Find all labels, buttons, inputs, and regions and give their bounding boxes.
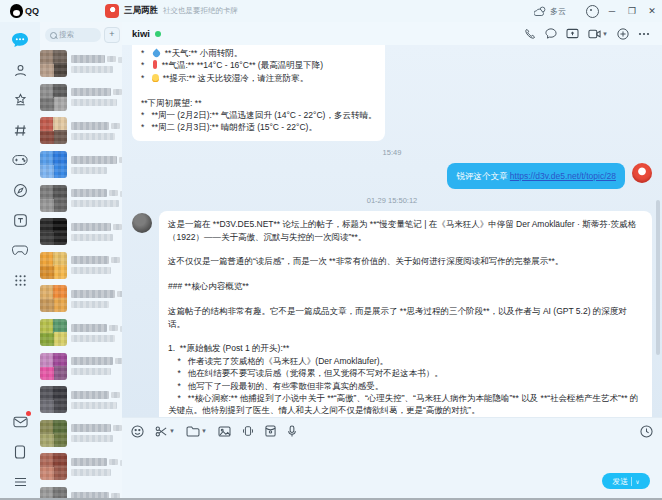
contact-name-blurred bbox=[71, 391, 109, 399]
current-user[interactable]: 三局两胜 社交也是要拒绝的卡牌 bbox=[105, 4, 238, 18]
conversation-list-item[interactable] bbox=[40, 450, 122, 484]
incoming-message-bubble[interactable]: * **天气:** 小雨转阴。 * **气温:** **14°C - 16°C*… bbox=[132, 45, 385, 141]
message-scroll-area[interactable]: * **天气:** 小雨转阴。 * **气温:** **14°C - 16°C*… bbox=[122, 45, 662, 418]
conversation-list-item[interactable] bbox=[40, 148, 122, 182]
nav-mini-program[interactable] bbox=[8, 208, 32, 232]
more-options-button[interactable] bbox=[638, 32, 650, 36]
folder-icon bbox=[186, 426, 200, 437]
lightbulb-emoji bbox=[152, 74, 159, 82]
nav-messages-active[interactable] bbox=[8, 28, 32, 52]
conversation-list-item[interactable] bbox=[40, 349, 122, 383]
circle-icon bbox=[586, 5, 599, 18]
person-icon bbox=[13, 63, 28, 78]
screen-share-button[interactable] bbox=[566, 28, 579, 39]
conversation-list-item[interactable] bbox=[40, 181, 122, 215]
minimize-button[interactable]: ─ bbox=[602, 1, 622, 21]
nav-collections[interactable] bbox=[8, 440, 32, 464]
image-button[interactable] bbox=[218, 426, 231, 437]
incoming-message-bubble[interactable]: 这是一篇在 **D3V.DE5.NET** 论坛上的帖子，标题为 **“慢变量笔… bbox=[159, 211, 652, 418]
conversation-list-item[interactable] bbox=[40, 81, 122, 115]
conversation-list-item[interactable] bbox=[40, 282, 122, 316]
chevron-down-icon: ▼ bbox=[201, 428, 207, 434]
phone-icon bbox=[524, 28, 536, 40]
emoji-button[interactable] bbox=[131, 425, 144, 438]
hamburger-menu-icon bbox=[14, 477, 27, 487]
outgoing-message-bubble[interactable]: 锐评这个文章 https://d3v.de5.net/t/topic/28 bbox=[447, 163, 625, 189]
own-avatar[interactable] bbox=[632, 163, 652, 183]
contact-preview-blurred bbox=[71, 99, 117, 106]
nav-discover[interactable] bbox=[8, 178, 32, 202]
image-icon bbox=[218, 426, 231, 437]
chat-area: kiwi ▼ bbox=[122, 22, 662, 500]
send-button[interactable]: 发送 ∨ bbox=[602, 473, 650, 489]
nav-game-center[interactable] bbox=[8, 238, 32, 262]
send-options-chevron[interactable]: ∨ bbox=[635, 478, 639, 485]
conversation-list-item[interactable] bbox=[40, 316, 122, 350]
qq-logo: QQ bbox=[10, 4, 39, 18]
search-input[interactable]: 搜索 bbox=[45, 28, 101, 42]
nav-qzone[interactable] bbox=[8, 88, 32, 112]
contact-badge-blurred bbox=[113, 89, 122, 95]
video-call-button[interactable]: ▼ bbox=[588, 29, 608, 39]
contact-preview-blurred bbox=[71, 133, 115, 140]
nav-contacts[interactable] bbox=[8, 58, 32, 82]
rain-emoji bbox=[152, 49, 162, 59]
conversation-list-item[interactable] bbox=[40, 47, 122, 81]
voice-message-button[interactable] bbox=[287, 425, 297, 438]
nav-channels[interactable] bbox=[8, 118, 32, 142]
send-divider bbox=[631, 477, 632, 486]
search-icon bbox=[50, 32, 57, 39]
composer: ▼ ▼ bbox=[122, 417, 662, 500]
nav-game[interactable] bbox=[8, 148, 32, 172]
message-link[interactable]: https://d3v.de5.net/t/topic/28 bbox=[510, 171, 616, 181]
conversation-list-item[interactable] bbox=[40, 383, 122, 417]
voice-call-button[interactable] bbox=[524, 28, 536, 40]
scrollbar-thumb[interactable] bbox=[656, 200, 660, 355]
nav-mail[interactable] bbox=[8, 410, 32, 434]
contact-badge-blurred bbox=[109, 459, 118, 465]
contact-preview-blurred bbox=[71, 435, 113, 442]
nav-more-apps[interactable] bbox=[8, 268, 32, 292]
contact-avatar-blurred bbox=[40, 285, 67, 312]
contact-badge-blurred bbox=[113, 425, 122, 431]
conversation-list-item[interactable] bbox=[40, 114, 122, 148]
chat-session-button[interactable] bbox=[545, 28, 557, 39]
nudge-button[interactable] bbox=[242, 425, 254, 437]
conversation-list-item[interactable] bbox=[40, 215, 122, 249]
maximize-button[interactable]: ❐ bbox=[622, 1, 642, 21]
close-button[interactable]: ✕ bbox=[642, 1, 662, 21]
thermometer-emoji bbox=[153, 60, 157, 69]
nav-menu[interactable] bbox=[8, 470, 32, 494]
tray-icon[interactable] bbox=[582, 1, 602, 21]
title-bar: QQ 三局两胜 社交也是要拒绝的卡牌 多云 ─ ❐ ✕ bbox=[0, 0, 662, 22]
bookmark-icon bbox=[14, 445, 26, 459]
contact-avatar[interactable] bbox=[132, 213, 152, 233]
clock-icon bbox=[640, 425, 653, 438]
red-packet-icon bbox=[265, 425, 276, 437]
contact-badge-blurred bbox=[107, 56, 116, 62]
user-avatar[interactable] bbox=[105, 4, 119, 18]
conversation-list-item[interactable] bbox=[40, 417, 122, 451]
message-timestamp: 01-29 15:50:12 bbox=[132, 196, 652, 205]
contact-avatar-blurred bbox=[40, 218, 67, 245]
contact-avatar-blurred bbox=[40, 84, 67, 111]
contact-avatar-blurred bbox=[40, 353, 67, 380]
weather-widget[interactable]: 多云 bbox=[534, 6, 566, 17]
screenshot-button[interactable]: ▼ bbox=[155, 425, 175, 438]
message-input[interactable] bbox=[131, 446, 653, 470]
launch-app-button[interactable] bbox=[617, 28, 629, 40]
contact-badge-blurred bbox=[111, 123, 120, 129]
incoming-message-row: * **天气:** 小雨转阴。 * **气温:** **14°C - 16°C*… bbox=[132, 49, 652, 141]
contact-name-blurred bbox=[71, 122, 109, 130]
red-packet-button[interactable] bbox=[265, 425, 276, 437]
chat-history-button[interactable] bbox=[640, 425, 653, 438]
chevron-down-icon: ▼ bbox=[169, 428, 175, 434]
scissors-icon bbox=[155, 425, 168, 438]
add-button[interactable]: + bbox=[104, 27, 120, 43]
conversation-list-item[interactable] bbox=[40, 249, 122, 283]
chat-bubble-icon bbox=[11, 32, 29, 48]
contact-name-blurred bbox=[71, 357, 113, 365]
outgoing-message-row: 锐评这个文章 https://d3v.de5.net/t/topic/28 bbox=[132, 163, 652, 189]
file-button[interactable]: ▼ bbox=[186, 426, 207, 437]
smiley-icon bbox=[131, 425, 144, 438]
